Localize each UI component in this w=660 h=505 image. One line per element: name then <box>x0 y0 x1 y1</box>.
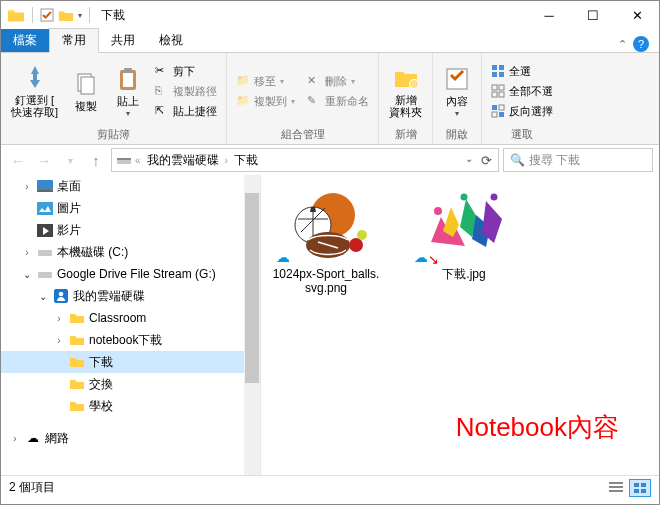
tree-school[interactable]: 學校 <box>1 395 260 417</box>
address-dropdown-icon[interactable]: ⌄ <box>465 153 473 168</box>
view-details-button[interactable] <box>605 479 627 497</box>
address-bar: ← → ▾ ↑ « 我的雲端硬碟 › 下載 ⌄ ⟳ 🔍 搜尋 下載 <box>1 145 659 175</box>
titlebar: ▾ 下載 ─ ☐ ✕ <box>1 1 659 29</box>
svg-rect-2 <box>81 77 94 94</box>
qat-check-icon[interactable] <box>40 8 54 22</box>
tree-download[interactable]: 下載 <box>1 351 260 373</box>
network-icon: ☁ <box>25 430 41 446</box>
invert-button[interactable]: 反向選擇 <box>488 103 556 120</box>
tree-localc[interactable]: ›本機磁碟 (C:) <box>1 241 260 263</box>
tree-classroom[interactable]: ›Classroom <box>1 307 260 329</box>
svg-rect-41 <box>609 482 623 484</box>
tree-exchange[interactable]: 交換 <box>1 373 260 395</box>
arrow-annotation-icon: ↘ <box>428 252 439 267</box>
tree-mydrive[interactable]: ⌄我的雲端硬碟 <box>1 285 260 307</box>
annotation-text: Notebook內容 <box>456 410 619 445</box>
copyto-icon: 📁 <box>236 94 250 108</box>
svg-rect-12 <box>499 72 504 77</box>
qat-dropdown-icon[interactable]: ▾ <box>78 11 82 20</box>
tab-file[interactable]: 檔案 <box>1 29 49 52</box>
search-icon: 🔍 <box>510 153 525 167</box>
svg-rect-13 <box>492 85 497 90</box>
svg-rect-20 <box>492 112 497 117</box>
tab-share[interactable]: 共用 <box>99 29 147 52</box>
nav-back-button[interactable]: ← <box>7 149 29 171</box>
svg-point-40 <box>491 194 498 201</box>
file-item[interactable]: ☁ 1024px-Sport_balls.svg.png <box>271 187 381 295</box>
refresh-button[interactable]: ⟳ <box>481 153 492 168</box>
crumb-sep-icon[interactable]: › <box>225 155 228 166</box>
status-bar: 2 個項目 <box>1 475 659 499</box>
tree-network[interactable]: ›☁網路 <box>1 427 260 449</box>
svg-rect-47 <box>641 489 646 493</box>
paste-button[interactable]: 貼上 ▾ <box>110 63 146 120</box>
person-icon <box>53 288 69 304</box>
tab-home[interactable]: 常用 <box>49 28 99 53</box>
selectall-icon <box>491 64 505 78</box>
file-thumbnail: ☁ ↘ <box>416 187 512 263</box>
pasteshortcut-button[interactable]: ⇱貼上捷徑 <box>152 103 220 120</box>
newfolder-button[interactable]: 新增 資料夾 <box>385 62 426 120</box>
moveto-button[interactable]: 📁移至▾ <box>233 73 298 90</box>
rename-icon: ✎ <box>307 94 321 108</box>
ribbon-tabs: 檔案 常用 共用 檢視 ⌃ ? <box>1 29 659 53</box>
selectall-button[interactable]: 全選 <box>488 63 556 80</box>
svg-rect-23 <box>37 180 53 190</box>
nav-up-button[interactable]: ↑ <box>85 149 107 171</box>
svg-rect-16 <box>499 92 504 97</box>
view-icons-button[interactable] <box>629 479 651 497</box>
group-select: 選取 <box>488 125 556 142</box>
folder-icon <box>69 332 85 348</box>
crumb-1[interactable]: 我的雲端硬碟 <box>144 152 222 169</box>
folder-icon <box>69 310 85 326</box>
tree-videos[interactable]: 影片 <box>1 219 260 241</box>
svg-rect-46 <box>634 489 639 493</box>
help-button[interactable]: ? <box>633 36 649 52</box>
tree-nbdl[interactable]: ›notebook下載 <box>1 329 260 351</box>
svg-rect-19 <box>499 105 504 110</box>
svg-point-30 <box>59 292 64 297</box>
nav-recent-button[interactable]: ▾ <box>59 149 81 171</box>
svg-rect-25 <box>37 202 53 215</box>
folder-icon <box>7 8 25 22</box>
group-organize: 組合管理 <box>233 125 372 142</box>
folder-icon <box>69 354 85 370</box>
svg-rect-11 <box>492 72 497 77</box>
folder-icon <box>69 398 85 414</box>
nav-forward-button[interactable]: → <box>33 149 55 171</box>
copy-icon <box>72 70 100 98</box>
tab-view[interactable]: 檢視 <box>147 29 195 52</box>
delete-button[interactable]: ✕刪除▾ <box>304 73 372 90</box>
tree-scrollbar[interactable] <box>244 175 260 475</box>
copyto-button[interactable]: 📁複製到▾ <box>233 93 298 110</box>
svg-rect-45 <box>641 483 646 487</box>
svg-rect-28 <box>38 272 52 278</box>
search-input[interactable]: 🔍 搜尋 下載 <box>503 148 653 172</box>
file-pane[interactable]: ☁ 1024px-Sport_balls.svg.png ☁ ↘ <box>261 175 659 475</box>
file-name: 下載.jpg <box>409 267 519 281</box>
minimize-button[interactable]: ─ <box>527 1 571 29</box>
copy-button[interactable]: 複製 <box>68 68 104 114</box>
svg-point-7 <box>410 80 418 88</box>
file-item[interactable]: ☁ ↘ 下載.jpg <box>409 187 519 281</box>
crumb-2[interactable]: 下載 <box>231 152 261 169</box>
address-box[interactable]: « 我的雲端硬碟 › 下載 ⌄ ⟳ <box>111 148 499 172</box>
tree-gdrive[interactable]: ⌄Google Drive File Stream (G:) <box>1 263 260 285</box>
maximize-button[interactable]: ☐ <box>571 1 615 29</box>
svg-rect-17 <box>492 105 497 110</box>
group-open: 開啟 <box>439 125 475 142</box>
pin-button[interactable]: 釘選到 [ 快速存取] <box>7 62 62 120</box>
copypath-button[interactable]: ⎘複製路徑 <box>152 83 220 100</box>
shortcut-icon: ⇱ <box>155 104 169 118</box>
tree-desktop[interactable]: ›桌面 <box>1 175 260 197</box>
ribbon-collapse-icon[interactable]: ⌃ <box>618 38 627 51</box>
group-clipboard: 剪貼簿 <box>7 125 220 142</box>
properties-button[interactable]: 內容▾ <box>439 63 475 120</box>
svg-rect-22 <box>117 158 131 160</box>
videos-icon <box>37 222 53 238</box>
close-button[interactable]: ✕ <box>615 1 659 29</box>
selectnone-button[interactable]: 全部不選 <box>488 83 556 100</box>
cut-button[interactable]: ✂剪下 <box>152 63 220 80</box>
tree-pictures[interactable]: 圖片 <box>1 197 260 219</box>
rename-button[interactable]: ✎重新命名 <box>304 93 372 110</box>
